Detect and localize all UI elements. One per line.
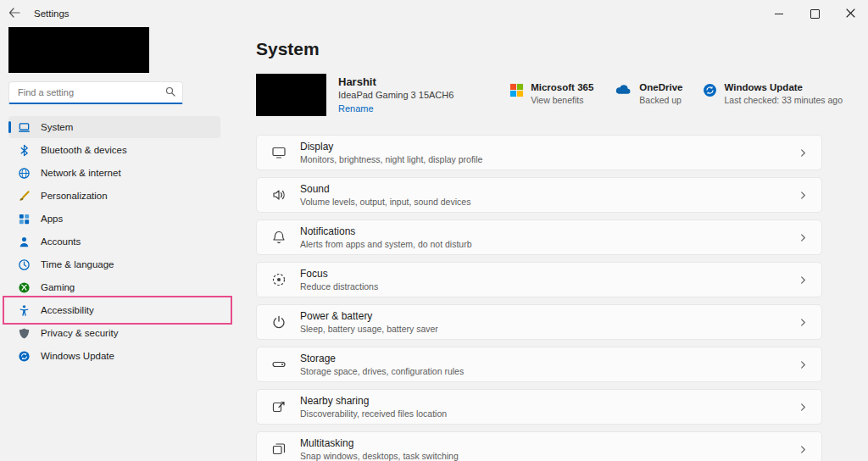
- chevron-right-icon: [798, 403, 808, 412]
- windows-update-icon: [17, 349, 31, 363]
- sidebar-item-personalization[interactable]: Personalization: [8, 185, 220, 207]
- card-title: Display: [300, 141, 482, 153]
- window-title: Settings: [34, 8, 70, 19]
- card-subtitle: Sleep, battery usage, battery saver: [300, 324, 438, 334]
- back-arrow-icon: [8, 6, 20, 21]
- system-icon: [17, 120, 31, 134]
- card-subtitle: Volume levels, output, input, sound devi…: [300, 197, 470, 207]
- card-subtitle: Monitors, brightness, night light, displ…: [300, 154, 482, 164]
- search-icon: [165, 85, 175, 100]
- status-onedrive[interactable]: OneDrive Backed up: [614, 82, 682, 105]
- chevron-right-icon: [798, 275, 808, 285]
- sidebar-item-gaming[interactable]: Gaming: [8, 276, 220, 298]
- display-icon: [270, 145, 287, 160]
- maximize-button[interactable]: [797, 0, 832, 27]
- main-panel: System Harshit IdeaPad Gaming 3 15ACH6 R…: [232, 27, 868, 461]
- device-info: Harshit IdeaPad Gaming 3 15ACH6 Rename: [338, 74, 453, 115]
- status-title: Microsoft 365: [531, 82, 593, 92]
- settings-card-multitasking[interactable]: Multitasking Snap windows, desktops, tas…: [256, 431, 822, 461]
- card-subtitle: Reduce distractions: [300, 281, 378, 292]
- card-subtitle: Storage space, drives, configuration rul…: [300, 366, 464, 376]
- settings-card-notifications[interactable]: Notifications Alerts from apps and syste…: [256, 219, 822, 255]
- card-subtitle: Snap windows, desktops, task switching: [300, 451, 459, 461]
- power-battery-icon: [270, 314, 287, 330]
- settings-cards-list: Display Monitors, brightness, night ligh…: [256, 135, 822, 461]
- sound-icon: [270, 187, 287, 203]
- microsoft-365-icon: [509, 82, 524, 105]
- card-title: Sound: [300, 183, 470, 195]
- status-title: OneDrive: [639, 82, 682, 92]
- sidebar-item-label: Network & internet: [41, 168, 121, 178]
- card-title: Nearby sharing: [300, 395, 447, 407]
- settings-card-sound[interactable]: Sound Volume levels, output, input, soun…: [256, 177, 822, 213]
- multitasking-icon: [270, 442, 287, 457]
- windows-update-status-icon: [703, 82, 717, 105]
- sidebar-item-apps[interactable]: Apps: [8, 208, 220, 230]
- sidebar-item-label: Privacy & security: [41, 328, 118, 338]
- sidebar-item-label: Personalization: [41, 191, 108, 201]
- accounts-icon: [17, 235, 31, 248]
- gaming-icon: [17, 280, 31, 294]
- status-windows-update[interactable]: Windows Update Last checked: 33 minutes …: [703, 82, 843, 105]
- device-header: Harshit IdeaPad Gaming 3 15ACH6 Rename M…: [256, 74, 843, 116]
- sidebar-item-time-language[interactable]: Time & language: [8, 253, 220, 275]
- network-icon: [17, 166, 31, 180]
- status-text: Microsoft 365 View benefits: [531, 82, 593, 105]
- settings-card-nearby-sharing[interactable]: Nearby sharing Discoverability, received…: [256, 389, 822, 425]
- status-subtitle: Last checked: 33 minutes ago: [724, 95, 843, 105]
- apps-icon: [17, 212, 31, 225]
- sidebar: System Bluetooth & devices Network & int…: [0, 27, 232, 461]
- status-subtitle: View benefits: [531, 95, 593, 105]
- device-image-redacted: [256, 74, 326, 116]
- personalization-icon: [17, 189, 31, 203]
- sidebar-nav: System Bluetooth & devices Network & int…: [8, 116, 220, 367]
- chevron-right-icon: [798, 191, 808, 200]
- settings-card-power-battery[interactable]: Power & battery Sleep, battery usage, ba…: [256, 304, 822, 340]
- close-icon: [846, 6, 855, 21]
- card-text: Display Monitors, brightness, night ligh…: [300, 141, 482, 164]
- sidebar-item-network-internet[interactable]: Network & internet: [8, 162, 220, 184]
- card-title: Focus: [300, 268, 378, 280]
- annotation-highlight-box: [3, 296, 232, 325]
- minimize-button[interactable]: [761, 0, 797, 27]
- window-content: System Bluetooth & devices Network & int…: [0, 27, 868, 461]
- settings-card-display[interactable]: Display Monitors, brightness, night ligh…: [256, 135, 822, 170]
- sidebar-item-label: Time & language: [41, 259, 114, 269]
- sidebar-item-label: Apps: [41, 214, 63, 224]
- card-text: Multitasking Snap windows, desktops, tas…: [300, 437, 459, 461]
- card-title: Storage: [300, 353, 464, 364]
- sidebar-item-privacy-security[interactable]: Privacy & security: [8, 322, 220, 344]
- back-button[interactable]: [0, 0, 29, 27]
- settings-card-focus[interactable]: Focus Reduce distractions: [256, 262, 822, 297]
- sidebar-item-label: Accessibility: [41, 305, 94, 315]
- card-subtitle: Discoverability, received files location: [300, 408, 447, 419]
- card-title: Multitasking: [300, 437, 459, 449]
- close-button[interactable]: [832, 0, 868, 27]
- notifications-bell-icon: [270, 230, 287, 245]
- device-user-name: Harshit: [338, 75, 453, 88]
- titlebar: Settings: [0, 0, 868, 27]
- onedrive-icon: [614, 82, 632, 105]
- card-subtitle: Alerts from apps and system, do not dist…: [300, 239, 472, 249]
- search-input[interactable]: [16, 86, 165, 98]
- sidebar-item-label: Accounts: [41, 236, 81, 247]
- rename-link[interactable]: Rename: [338, 103, 374, 114]
- sidebar-item-bluetooth-devices[interactable]: Bluetooth & devices: [8, 139, 220, 161]
- card-text: Storage Storage space, drives, configura…: [300, 353, 464, 376]
- selected-indicator: [8, 121, 11, 133]
- sidebar-item-label: Windows Update: [41, 351, 114, 361]
- storage-drive-icon: [270, 357, 287, 372]
- card-text: Nearby sharing Discoverability, received…: [300, 395, 447, 419]
- chevron-right-icon: [798, 318, 808, 327]
- sidebar-item-accessibility[interactable]: Accessibility: [8, 299, 220, 321]
- card-title: Notifications: [300, 225, 472, 237]
- sidebar-item-windows-update[interactable]: Windows Update: [8, 345, 220, 367]
- card-text: Power & battery Sleep, battery usage, ba…: [300, 310, 438, 334]
- status-microsoft-365[interactable]: Microsoft 365 View benefits: [509, 82, 593, 105]
- settings-card-storage[interactable]: Storage Storage space, drives, configura…: [256, 347, 822, 382]
- sidebar-item-system[interactable]: System: [8, 116, 220, 138]
- sidebar-item-accounts[interactable]: Accounts: [8, 230, 220, 253]
- status-text: Windows Update Last checked: 33 minutes …: [724, 82, 843, 105]
- focus-icon: [270, 272, 287, 287]
- chevron-right-icon: [798, 148, 808, 158]
